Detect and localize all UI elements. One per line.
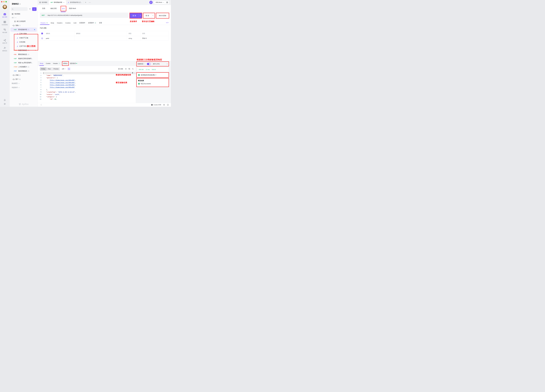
tree-item-folder[interactable]: 用户(8) — [10, 77, 37, 81]
config-tab-Headers[interactable]: Headers — [57, 22, 62, 24]
tree-item-case[interactable]: ID格式不正确 — [10, 36, 37, 40]
new-tab-button[interactable]: + — [84, 1, 87, 4]
tree-item-folder[interactable]: 店铺(4) — [10, 73, 37, 77]
settings-gear-icon[interactable] — [4, 103, 6, 105]
environment-menu-button[interactable] — [165, 1, 169, 4]
tree-item-api[interactable]: DEL删除宠物信息(1) — [10, 52, 37, 56]
rail-item-invite-members[interactable]: 邀请成员 — [0, 47, 9, 52]
cookie-manager-label: Cookie 管理 — [154, 104, 161, 106]
collapse-sidebar-icon[interactable]: 《 — [40, 104, 41, 106]
api-case-icon — [17, 41, 19, 43]
select-all-checkbox[interactable]: ✓ — [41, 33, 43, 34]
search-in-body-icon[interactable] — [132, 68, 134, 70]
environment-dropdown[interactable]: 本地 Mock — [154, 1, 165, 3]
project-title: 宠物商店 — [12, 3, 19, 5]
tree-item-api[interactable]: PUT修改宠物信息(2) — [10, 69, 37, 73]
window-controls[interactable] — [0, 0, 9, 2]
tree-item-api[interactable]: POST新建宠物信息(1) — [10, 48, 37, 52]
tree-item-label: 查询宠物详情 — [18, 29, 27, 30]
tree-item-api[interactable]: GET查询宠物详情(4) — [11, 28, 37, 32]
config-tab-label: Headers — [57, 22, 62, 24]
response-tab-Body[interactable]: Body — [40, 63, 43, 64]
response-body-editor[interactable]: 1{2 "name": "族面权科样很",3 "photoUrls": [4 "… — [38, 72, 136, 103]
word-wrap-button[interactable] — [68, 67, 70, 70]
rail-item-label: 在线分享 — [2, 42, 7, 44]
tree-item-case[interactable]: 在售宠物 — [10, 40, 37, 44]
tree-item-case[interactable]: 记录不存在接口用例 — [10, 44, 37, 48]
filter-button[interactable] — [28, 7, 31, 11]
response-tab-Cookie[interactable]: Cookie — [46, 63, 50, 64]
config-tab-后置操作[interactable]: 后置操作1 — [88, 22, 96, 24]
save-as-case-button[interactable]: 保存为用例 — [156, 13, 169, 18]
check-circle-icon — [138, 83, 140, 84]
extract-button[interactable]: 提取 — [118, 68, 123, 70]
config-tab-Params[interactable]: Params1 — [41, 22, 48, 24]
chevron-down-icon[interactable] — [167, 63, 168, 64]
sidebar-item-data-models[interactable]: 数据模型 — [12, 81, 37, 85]
view-mode-Preview[interactable]: Preview — [52, 67, 60, 71]
send-dropdown-button[interactable] — [139, 15, 142, 16]
stash-dropdown-button[interactable] — [151, 15, 155, 16]
config-tab-设置[interactable]: 设置 — [99, 22, 102, 24]
response-tab-控制台[interactable]: 控制台 — [62, 61, 69, 66]
stash-button[interactable]: 暂 存 — [143, 13, 155, 18]
tree-item-api[interactable]: GET根据 tag 查找宠物列... — [10, 61, 37, 65]
param-value-input[interactable] — [74, 36, 127, 41]
annotation-case-label: 接口用例 — [27, 45, 36, 48]
send-button[interactable]: 发 送 — [130, 13, 142, 18]
tab-api-1[interactable]: GET查询宠物详情 — [49, 0, 66, 5]
bell-icon[interactable] — [4, 99, 6, 101]
code-view-icon[interactable]: </> — [166, 22, 168, 24]
close-window-button[interactable] — [1, 1, 2, 2]
theme-shirt-icon[interactable] — [163, 104, 165, 106]
sidebar-item-quick-request[interactable]: 快捷请求 — [12, 85, 37, 90]
download-icon[interactable] — [125, 68, 127, 70]
doc-tab-高级 Mock[interactable]: 高级 Mock — [69, 7, 76, 9]
environment-selector: 本地 Mock — [154, 1, 169, 4]
config-tab-前置操作[interactable]: 前置操作 — [79, 22, 85, 24]
maximize-window-button[interactable] — [6, 1, 7, 2]
config-tab-Body[interactable]: Body — [51, 22, 54, 24]
avatar[interactable] — [3, 5, 7, 9]
rail-item-automated-testing[interactable]: 自动化测试 — [0, 21, 9, 26]
help-icon[interactable]: ? — [167, 104, 169, 106]
rail-item-online-share[interactable]: 在线分享 — [0, 39, 9, 44]
cookie-manager-button[interactable]: Cookie 管理 — [151, 104, 161, 106]
validate-response-toggle[interactable] — [147, 63, 151, 65]
config-tab-Auth[interactable]: Auth — [74, 22, 76, 24]
tab-more-button[interactable]: ⋯ — [87, 1, 92, 4]
rail-item-api-management[interactable]: 接口管理 — [0, 13, 9, 18]
tree-item-case[interactable]: 已售出宠物 — [10, 32, 37, 36]
copy-icon[interactable] — [129, 68, 130, 70]
minimize-window-button[interactable] — [3, 1, 5, 2]
doc-tab-修改文档[interactable]: 修改文档 — [50, 7, 56, 9]
tab-api-2[interactable]: 查询宠物详情 (已... — [66, 0, 84, 5]
doc-tab-运行[interactable]: 运行 — [62, 8, 65, 9]
tab-project-overview[interactable]: 项目概览 — [38, 0, 49, 5]
view-mode-Raw[interactable]: Raw — [46, 67, 52, 71]
project-switcher[interactable]: 宠物商店 — [10, 0, 37, 5]
code-line-content: "http://dummyimage.com/400x400", — [43, 79, 136, 81]
scrollbar-thumb[interactable] — [132, 72, 133, 73]
response-tab-Header[interactable]: Header7 — [53, 63, 60, 64]
sidebar-item-project-overview[interactable]: 项目概览 — [12, 13, 37, 15]
table-header-cell: 说明 — [141, 31, 169, 36]
rail-item-project-settings[interactable]: 项目设置 — [0, 28, 9, 33]
encoding-dropdown[interactable]: utf8 — [62, 68, 66, 70]
doc-tab-文档[interactable]: 文档 — [42, 7, 45, 9]
chevron-down-icon — [19, 83, 19, 84]
row-checkbox[interactable]: ✓ — [41, 37, 43, 39]
response-tab-实际请求[interactable]: 实际请求 — [70, 62, 77, 65]
tree-item-api[interactable]: POST上传宠物图片(1) — [10, 65, 37, 69]
url-input[interactable]: GET http://127.0.0.1:4523/m1/623491-0-de… — [40, 13, 129, 18]
close-icon[interactable] — [63, 2, 64, 3]
section-apis[interactable]: 接口 — [12, 17, 37, 19]
tree-item-folder[interactable]: 宠物(7) — [10, 24, 37, 28]
search-input[interactable] — [11, 7, 28, 11]
tree-item-api[interactable]: GET根据状态查找宠物列... — [10, 56, 37, 61]
add-api-button[interactable]: + — [32, 7, 37, 11]
tree-item-doc[interactable]: M接口文档说明 — [10, 19, 37, 24]
view-mode-Pretty[interactable]: Pretty — [40, 67, 46, 71]
config-tab-Cookies[interactable]: Cookies — [65, 22, 71, 24]
sync-button[interactable] — [149, 1, 153, 4]
